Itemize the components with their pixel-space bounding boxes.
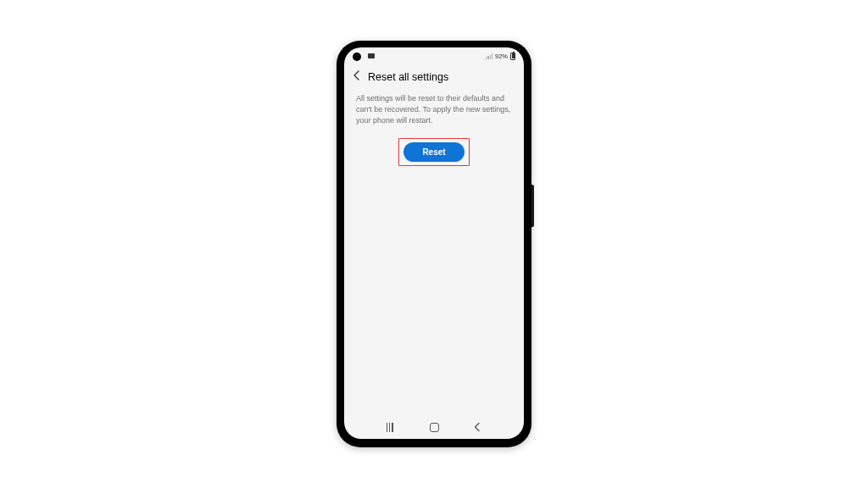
phone-screen: 92% Reset all settings All settings will… xyxy=(344,47,524,439)
page-title: Reset all settings xyxy=(368,71,448,83)
button-container: Reset xyxy=(344,138,524,166)
battery-icon xyxy=(510,53,515,60)
navigation-bar xyxy=(344,417,524,439)
camera-indicator-icon xyxy=(368,53,375,58)
tutorial-highlight-box: Reset xyxy=(398,138,469,166)
status-bar: 92% xyxy=(344,47,524,63)
chevron-left-icon xyxy=(353,69,361,81)
nav-recents-button[interactable] xyxy=(387,423,396,432)
page-header: Reset all settings xyxy=(344,63,524,90)
battery-percent-label: 92% xyxy=(495,53,508,60)
chevron-left-icon xyxy=(473,422,481,432)
nav-back-button[interactable] xyxy=(473,422,481,432)
back-button[interactable] xyxy=(353,69,361,85)
reset-description: All settings will be reset to their defa… xyxy=(344,90,524,126)
camera-hole xyxy=(353,53,361,61)
phone-frame: 92% Reset all settings All settings will… xyxy=(337,41,531,447)
status-left xyxy=(368,53,375,58)
reset-button[interactable]: Reset xyxy=(403,142,464,162)
status-right: 92% xyxy=(486,53,515,60)
signal-icon xyxy=(486,53,492,59)
nav-home-button[interactable] xyxy=(430,423,439,432)
phone-side-button xyxy=(531,185,534,227)
